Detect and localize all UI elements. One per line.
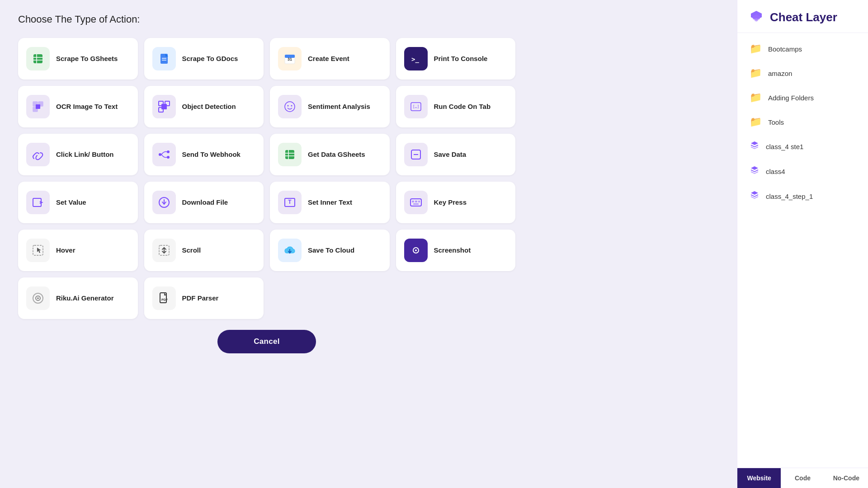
send-webhook-icon <box>152 143 176 166</box>
run-code-tab-icon: […] <box>404 95 428 118</box>
sentiment-analysis-icon <box>278 95 302 118</box>
action-card-save-cloud[interactable]: Save To Cloud <box>270 230 390 271</box>
sidebar-header: Cheat Layer <box>737 0 868 33</box>
bottom-tabs: WebsiteCodeNo-Code <box>737 468 868 488</box>
action-card-hover[interactable]: Hover <box>18 230 138 271</box>
svg-text:[…]: […] <box>412 105 419 109</box>
stack-icon <box>750 190 760 202</box>
main-area: Choose The Type of Action: Scrape To GSh… <box>0 0 737 488</box>
svg-rect-38 <box>412 201 414 202</box>
sidebar-item-label: Bootcamps <box>768 45 802 53</box>
svg-point-46 <box>415 249 417 251</box>
riku-ai-label: Riku.Ai Generator <box>56 294 114 303</box>
action-card-run-code-tab[interactable]: […] Run Code On Tab <box>396 86 516 127</box>
action-card-send-webhook[interactable]: Send To Webhook <box>144 134 264 175</box>
sidebar-item-label: amazon <box>768 70 792 77</box>
print-console-label: Print To Console <box>434 54 488 63</box>
ocr-image-label: OCR Image To Text <box>56 102 118 111</box>
action-card-riku-ai[interactable]: Riku.Ai Generator <box>18 277 138 319</box>
action-card-object-detection[interactable]: Object Detection <box>144 86 264 127</box>
svg-rect-41 <box>413 203 419 205</box>
svg-rect-18 <box>161 104 167 109</box>
key-press-icon <box>404 191 428 214</box>
svg-point-19 <box>285 102 295 112</box>
save-cloud-label: Save To Cloud <box>308 246 354 255</box>
save-cloud-icon <box>278 239 302 262</box>
action-card-set-value[interactable]: Set Value <box>18 182 138 223</box>
sidebar-item-label: Adding Folders <box>768 94 814 102</box>
action-card-ocr-image[interactable]: OCR Image To Text <box>18 86 138 127</box>
folder-icon: 📁 <box>750 43 762 55</box>
screenshot-icon <box>404 239 428 262</box>
sidebar-item-class4-ste1[interactable]: class_4 ste1 <box>737 134 868 159</box>
action-card-sentiment-analysis[interactable]: Sentiment Analysis <box>270 86 390 127</box>
action-card-set-inner-text[interactable]: T Set Inner Text <box>270 182 390 223</box>
action-card-pdf-parser[interactable]: PDF PDF Parser <box>144 277 264 319</box>
sidebar-title: Cheat Layer <box>770 10 837 24</box>
action-card-get-data-gsheets[interactable]: Get Data GSheets <box>270 134 390 175</box>
sidebar-item-label: class_4 ste1 <box>766 143 803 150</box>
scroll-icon <box>152 239 176 262</box>
svg-point-25 <box>167 150 170 153</box>
cancel-wrap: Cancel <box>18 330 515 353</box>
stack-icon <box>750 165 760 178</box>
download-file-label: Download File <box>182 198 228 207</box>
click-link-label: Click Link/ Button <box>56 150 114 159</box>
tab-no-code[interactable]: No-Code <box>825 468 868 488</box>
sentiment-analysis-label: Sentiment Analysis <box>308 102 370 111</box>
svg-text:31: 31 <box>288 57 292 61</box>
sidebar-item-label: class_4_step_1 <box>766 192 813 200</box>
action-card-print-console[interactable]: >_ Print To Console <box>396 38 516 80</box>
hover-icon <box>26 239 50 262</box>
get-data-gsheets-icon <box>278 143 302 166</box>
hover-label: Hover <box>56 246 75 255</box>
svg-point-49 <box>37 297 39 299</box>
action-card-key-press[interactable]: Key Press <box>396 182 516 223</box>
sidebar-item-class4-step1[interactable]: class_4_step_1 <box>737 184 868 209</box>
scroll-label: Scroll <box>182 246 201 255</box>
svg-text:>_: >_ <box>411 56 419 63</box>
pdf-parser-icon: PDF <box>152 286 176 310</box>
action-card-scroll[interactable]: Scroll <box>144 230 264 271</box>
cancel-button[interactable]: Cancel <box>217 330 316 353</box>
download-file-icon <box>152 191 176 214</box>
click-link-icon <box>26 143 50 166</box>
action-card-scrape-gdocs[interactable]: Scrape To GDocs <box>144 38 264 80</box>
action-card-save-data[interactable]: Save Data <box>396 134 516 175</box>
stack-icon <box>750 141 760 153</box>
set-inner-text-label: Set Inner Text <box>308 198 352 207</box>
run-code-tab-label: Run Code On Tab <box>434 102 491 111</box>
actions-grid: Scrape To GSheets Scrape To GDocs 31 Cre… <box>18 38 515 319</box>
svg-rect-14 <box>36 104 40 109</box>
page-title: Choose The Type of Action: <box>18 14 719 25</box>
action-card-screenshot[interactable]: Screenshot <box>396 230 516 271</box>
action-card-click-link[interactable]: Click Link/ Button <box>18 134 138 175</box>
create-event-icon: 31 <box>278 47 302 70</box>
tab-code[interactable]: Code <box>781 468 824 488</box>
action-card-create-event[interactable]: 31 Create Event <box>270 38 390 80</box>
tab-website[interactable]: Website <box>737 468 781 488</box>
print-console-icon: >_ <box>404 47 428 70</box>
pdf-parser-label: PDF Parser <box>182 294 219 303</box>
sidebar-item-amazon[interactable]: 📁 amazon <box>737 61 868 85</box>
sidebar-item-tools[interactable]: 📁 Tools <box>737 110 868 134</box>
save-data-label: Save Data <box>434 150 467 159</box>
sidebar-item-label: Tools <box>768 118 784 126</box>
sidebar-item-label: class4 <box>766 168 785 175</box>
create-event-label: Create Event <box>308 54 349 63</box>
save-data-icon <box>404 143 428 166</box>
svg-text:PDF: PDF <box>161 298 168 301</box>
object-detection-icon <box>152 95 176 118</box>
action-card-scrape-gsheets[interactable]: Scrape To GSheets <box>18 38 138 80</box>
set-value-icon <box>26 191 50 214</box>
sidebar-item-class4[interactable]: class4 <box>737 159 868 184</box>
svg-point-21 <box>291 105 292 107</box>
svg-point-24 <box>159 153 161 156</box>
sidebar-item-adding-folders[interactable]: 📁 Adding Folders <box>737 85 868 110</box>
sidebar-item-bootcamps[interactable]: 📁 Bootcamps <box>737 37 868 61</box>
svg-text:T: T <box>288 199 292 205</box>
svg-rect-40 <box>418 201 420 202</box>
send-webhook-label: Send To Webhook <box>182 150 241 159</box>
action-card-download-file[interactable]: Download File <box>144 182 264 223</box>
svg-point-20 <box>288 105 289 107</box>
